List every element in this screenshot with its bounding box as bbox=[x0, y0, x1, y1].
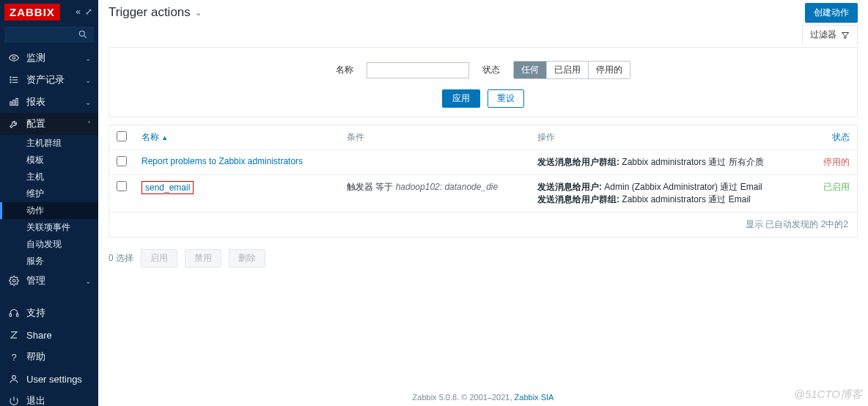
status-toggle[interactable]: 停用的 bbox=[823, 157, 850, 167]
nav-label: 资产记录 bbox=[26, 73, 65, 86]
nav-monitor[interactable]: 监测 ⌄ bbox=[0, 47, 98, 69]
col-conditions: 条件 bbox=[339, 125, 530, 150]
conditions-cell bbox=[339, 150, 530, 175]
col-operations: 操作 bbox=[530, 125, 813, 150]
headset-icon bbox=[7, 308, 21, 318]
nav-help[interactable]: ? 帮助 bbox=[0, 346, 98, 368]
nav-label: 报表 bbox=[26, 95, 45, 108]
page-title-text: Trigger actions bbox=[108, 5, 191, 20]
list-icon bbox=[7, 75, 21, 85]
col-name[interactable]: 名称 ▲ bbox=[141, 132, 168, 142]
power-icon bbox=[7, 396, 21, 406]
reset-button[interactable]: 重设 bbox=[488, 89, 524, 108]
filter-tab-row: 过滤器 bbox=[98, 25, 868, 47]
chevron-up-icon: ˄ bbox=[87, 120, 91, 128]
status-any[interactable]: 任何 bbox=[514, 62, 546, 78]
nav-label: 监测 bbox=[26, 51, 45, 64]
svg-point-12 bbox=[12, 279, 15, 282]
nav-support[interactable]: 支持 bbox=[0, 302, 98, 324]
z-icon bbox=[7, 330, 21, 340]
status-toggle[interactable]: 已启用 bbox=[823, 182, 850, 192]
nav-label: 帮助 bbox=[26, 350, 45, 363]
bulk-disable-button[interactable]: 禁用 bbox=[185, 249, 221, 267]
chevron-down-icon: ⌄ bbox=[85, 98, 91, 106]
chevron-down-icon: ⌄ bbox=[85, 277, 91, 285]
svg-point-7 bbox=[10, 79, 11, 80]
subnav-correlation[interactable]: 关联项事件 bbox=[0, 219, 98, 236]
user-icon bbox=[7, 374, 21, 384]
table-row: send_email触发器 等于 hadoop102: datanode_die… bbox=[109, 175, 857, 213]
filter-name-input[interactable] bbox=[367, 62, 469, 78]
status-segmented: 任何 已启用 停用的 bbox=[513, 61, 630, 79]
nav-label: 管理 bbox=[26, 274, 45, 287]
collapse-icon[interactable]: « bbox=[76, 7, 81, 17]
nav-config[interactable]: 配置 ˄ bbox=[0, 113, 98, 135]
nav-user-settings[interactable]: User settings bbox=[0, 368, 98, 390]
topbar: Trigger actions ⌄ 创建动作 bbox=[98, 0, 868, 25]
nav-logout[interactable]: 退出 bbox=[0, 390, 98, 406]
col-status[interactable]: 状态 bbox=[832, 132, 850, 142]
chevron-down-icon: ⌄ bbox=[85, 54, 91, 62]
apply-button[interactable]: 应用 bbox=[442, 89, 480, 108]
bar-chart-icon bbox=[7, 97, 21, 107]
gear-icon bbox=[7, 276, 21, 286]
nav-label: 配置 bbox=[26, 117, 45, 130]
sort-asc-icon: ▲ bbox=[161, 134, 168, 141]
actions-table: 名称 ▲ 条件 操作 状态 Report problems to Zabbix … bbox=[109, 125, 857, 213]
svg-rect-10 bbox=[13, 100, 15, 106]
nav-reports[interactable]: 报表 ⌄ bbox=[0, 91, 98, 113]
wrench-icon bbox=[7, 119, 21, 129]
row-checkbox[interactable] bbox=[117, 181, 127, 191]
nav-label: Share bbox=[26, 330, 52, 341]
page-title[interactable]: Trigger actions ⌄ bbox=[108, 5, 202, 20]
watermark: @51CTO博客 bbox=[794, 388, 862, 402]
footer-link[interactable]: Zabbix SIA bbox=[515, 393, 554, 402]
nav-inventory[interactable]: 资产记录 ⌄ bbox=[0, 69, 98, 91]
subnav-templates[interactable]: 模板 bbox=[0, 152, 98, 169]
brand-logo[interactable]: ZABBIX bbox=[4, 4, 60, 21]
svg-rect-14 bbox=[17, 314, 18, 317]
row-checkbox[interactable] bbox=[117, 156, 127, 166]
bulk-enable-button[interactable]: 启用 bbox=[141, 249, 177, 267]
action-name-link[interactable]: send_email bbox=[145, 182, 190, 193]
select-all-checkbox[interactable] bbox=[117, 131, 127, 141]
svg-line-1 bbox=[84, 36, 87, 38]
svg-rect-11 bbox=[16, 98, 18, 105]
filter-status-label: 状态 bbox=[482, 64, 500, 76]
svg-point-8 bbox=[10, 82, 11, 83]
data-card: 名称 ▲ 条件 操作 状态 Report problems to Zabbix … bbox=[108, 125, 858, 237]
subnav-maintenance[interactable]: 维护 bbox=[0, 185, 98, 202]
filter-tab[interactable]: 过滤器 bbox=[802, 25, 858, 44]
nav-label: 退出 bbox=[26, 394, 45, 406]
action-name-link[interactable]: Report problems to Zabbix administrators bbox=[141, 156, 303, 166]
subnav-discovery[interactable]: 自动发现 bbox=[0, 236, 98, 253]
filter-tab-label: 过滤器 bbox=[810, 29, 836, 41]
status-disabled[interactable]: 停用的 bbox=[588, 62, 630, 78]
operations-cell: 发送消息给用户: Admin (Zabbix Administrator) 通过… bbox=[530, 175, 813, 213]
filter-name-label: 名称 bbox=[336, 64, 353, 76]
filter-card: 名称 状态 任何 已启用 停用的 应用 重设 bbox=[108, 47, 858, 117]
page-footer: Zabbix 5.0.8. © 2001–2021, Zabbix SIA bbox=[98, 393, 868, 402]
question-icon: ? bbox=[7, 352, 21, 363]
search-icon bbox=[78, 29, 88, 40]
nav-label: User settings bbox=[26, 374, 82, 385]
subnav-hosts[interactable]: 主机 bbox=[0, 169, 98, 185]
subnav-actions[interactable]: 动作 bbox=[0, 202, 98, 219]
svg-rect-13 bbox=[10, 314, 11, 317]
bulk-actions: 0 选择 启用 禁用 删除 bbox=[98, 245, 868, 272]
create-action-button[interactable]: 创建动作 bbox=[805, 3, 858, 23]
bulk-delete-button[interactable]: 删除 bbox=[229, 249, 265, 267]
subnav-hostgroups[interactable]: 主机群组 bbox=[0, 135, 98, 152]
selected-count: 0 选择 bbox=[108, 252, 133, 265]
nav-admin[interactable]: 管理 ⌄ bbox=[0, 270, 98, 292]
svg-point-0 bbox=[79, 31, 84, 36]
svg-rect-9 bbox=[10, 102, 12, 106]
operations-cell: 发送消息给用户群组: Zabbix administrators 通过 所有介质 bbox=[530, 150, 813, 175]
expand-icon[interactable]: ⤢ bbox=[85, 7, 92, 17]
table-footer: 显示 已自动发现的 2中的2 bbox=[109, 213, 857, 237]
subnav-services[interactable]: 服务 bbox=[0, 253, 98, 270]
status-enabled[interactable]: 已启用 bbox=[546, 62, 588, 78]
conditions-cell: 触发器 等于 hadoop102: datanode_die bbox=[339, 175, 530, 213]
search-input[interactable] bbox=[4, 26, 94, 43]
nav-share[interactable]: Share bbox=[0, 324, 98, 346]
